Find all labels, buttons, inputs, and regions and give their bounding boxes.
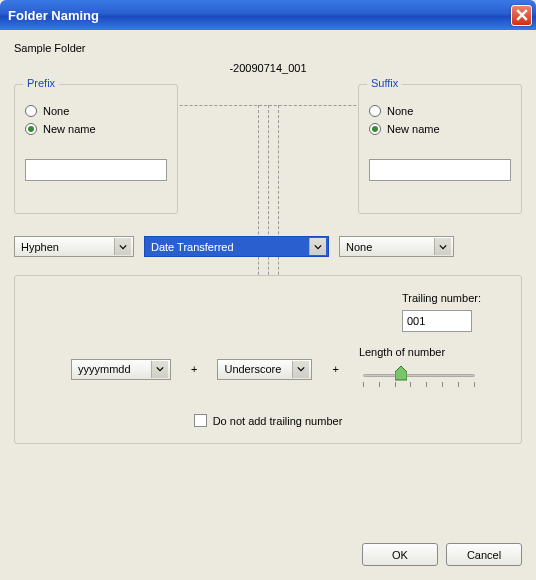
suffix-radio-newname-label: New name — [387, 123, 440, 135]
separator-right-value: None — [346, 241, 434, 253]
window-title: Folder Naming — [8, 8, 99, 23]
chevron-down-icon — [292, 361, 309, 378]
do-not-add-label: Do not add trailing number — [213, 415, 343, 427]
prefix-radio-newname[interactable] — [25, 123, 37, 135]
suffix-radio-none[interactable] — [369, 105, 381, 117]
date-format-combo[interactable]: yyyymmdd — [71, 359, 171, 380]
ok-button[interactable]: OK — [362, 543, 438, 566]
chevron-down-icon — [309, 238, 326, 255]
prefix-radio-newname-label: New name — [43, 123, 96, 135]
separator-left-value: Hyphen — [21, 241, 114, 253]
date-number-panel: Trailing number: yyyymmdd + Underscore +… — [14, 275, 522, 444]
trailing-number-input[interactable] — [402, 310, 472, 332]
mid-separator-combo[interactable]: Underscore — [217, 359, 312, 380]
chevron-down-icon — [434, 238, 451, 255]
prefix-radio-none-label: None — [43, 105, 69, 117]
prefix-group: Prefix None New name — [14, 84, 178, 214]
center-source-value: Date Transferred — [151, 241, 309, 253]
chevron-down-icon — [114, 238, 131, 255]
cancel-button[interactable]: Cancel — [446, 543, 522, 566]
date-format-value: yyyymmdd — [78, 363, 151, 375]
prefix-input[interactable] — [25, 159, 167, 181]
separator-left-combo[interactable]: Hyphen — [14, 236, 134, 257]
separator-right-combo[interactable]: None — [339, 236, 454, 257]
trailing-number-label: Trailing number: — [402, 292, 481, 304]
center-source-combo[interactable]: Date Transferred — [144, 236, 329, 257]
folder-name-preview: -20090714_001 — [223, 62, 312, 74]
plus-symbol: + — [191, 363, 197, 375]
prefix-radio-none[interactable] — [25, 105, 37, 117]
close-icon — [516, 9, 528, 21]
prefix-legend: Prefix — [23, 77, 59, 89]
suffix-radio-newname[interactable] — [369, 123, 381, 135]
close-button[interactable] — [511, 5, 532, 26]
suffix-legend: Suffix — [367, 77, 402, 89]
sample-folder-label: Sample Folder — [14, 42, 522, 54]
length-slider[interactable] — [359, 368, 479, 392]
mid-separator-value: Underscore — [224, 363, 292, 375]
length-of-number-label: Length of number — [359, 346, 479, 358]
suffix-input[interactable] — [369, 159, 511, 181]
plus-symbol: + — [332, 363, 338, 375]
do-not-add-checkbox[interactable] — [194, 414, 207, 427]
suffix-group: Suffix None New name — [358, 84, 522, 214]
suffix-radio-none-label: None — [387, 105, 413, 117]
chevron-down-icon — [151, 361, 168, 378]
